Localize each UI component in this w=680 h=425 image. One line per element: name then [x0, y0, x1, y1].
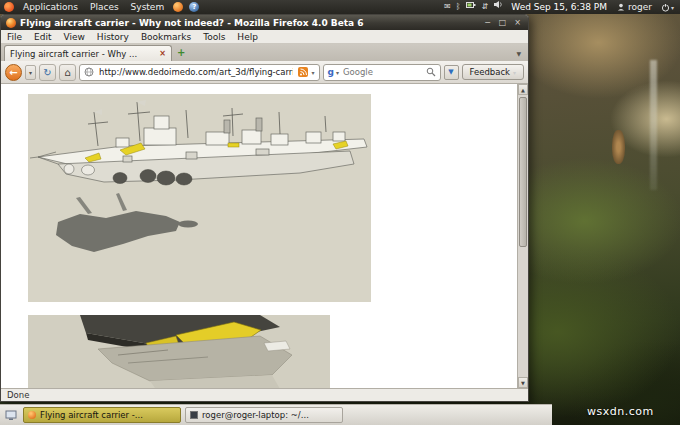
rss-icon[interactable] [298, 67, 308, 77]
system-tray: ✉ ᛒ ⇵ Wed Sep 15, 6:38 PM roger ▾ [444, 0, 676, 14]
user-icon [617, 3, 625, 11]
firefox-window: Flying aircraft carrier - Why not indeed… [0, 14, 529, 402]
clock[interactable]: Wed Sep 15, 6:38 PM [508, 2, 610, 12]
vertical-scrollbar[interactable]: ▲ ▼ [517, 84, 528, 388]
feedback-button[interactable]: Feedback ▾ [462, 64, 525, 80]
globe-icon [84, 67, 94, 77]
search-engine-dropdown-icon[interactable]: ▾ [336, 69, 339, 76]
battery-icon[interactable] [466, 0, 477, 14]
back-history-dropdown[interactable]: ▾ [25, 65, 36, 80]
window-title: Flying aircraft carrier - Why not indeed… [20, 18, 478, 28]
menu-applications[interactable]: Applications [20, 2, 81, 12]
web-page [1, 84, 517, 388]
terminal-icon [190, 411, 198, 419]
menu-places[interactable]: Places [87, 2, 122, 12]
feedback-dropdown-icon: ▾ [513, 69, 516, 76]
tab-title: Flying aircraft carrier - Why ... [10, 49, 155, 59]
network-icon[interactable]: ⇵ [482, 0, 489, 14]
wallpaper-statue-detail [612, 130, 625, 164]
carrier-closeup-svg [28, 315, 330, 388]
menu-history[interactable]: History [91, 32, 135, 42]
scroll-up-icon[interactable]: ▲ [518, 84, 528, 95]
bluetooth-icon[interactable]: ᛒ [456, 0, 461, 14]
home-button[interactable]: ⌂ [59, 64, 76, 81]
menu-help[interactable]: Help [231, 32, 264, 42]
close-button[interactable]: × [512, 16, 523, 29]
taskbar-item-firefox[interactable]: Flying aircraft carrier -... [23, 407, 181, 423]
maximize-button[interactable]: □ [497, 16, 508, 29]
url-bar[interactable]: ▾ [79, 64, 320, 81]
url-input[interactable] [97, 66, 295, 78]
watermark-text: wsxdn.com [587, 405, 654, 418]
carrier-render-image [28, 94, 371, 302]
menu-tools[interactable]: Tools [197, 32, 231, 42]
url-dropdown-icon[interactable]: ▾ [311, 69, 314, 76]
firefox-icon [28, 411, 36, 419]
volume-icon[interactable] [493, 0, 503, 14]
firefox-launcher-icon[interactable] [173, 2, 183, 12]
power-menu[interactable]: ▾ [659, 3, 676, 12]
menu-bookmarks[interactable]: Bookmarks [135, 32, 197, 42]
tab-close-icon[interactable]: × [159, 49, 166, 58]
show-desktop-icon[interactable] [3, 407, 19, 423]
downloads-button[interactable]: ▼ [444, 65, 459, 80]
power-icon [661, 3, 670, 12]
top-panel: Applications Places System ? ✉ ᛒ ⇵ Wed S… [0, 0, 680, 14]
menu-system[interactable]: System [128, 2, 168, 12]
status-bar: Done [1, 388, 528, 401]
taskbar-item-terminal[interactable]: roger@roger-laptop: ~/... [185, 407, 343, 423]
bottom-panel: Flying aircraft carrier -... roger@roger… [0, 404, 552, 425]
wallpaper-waterfall-detail [650, 60, 657, 190]
user-name: roger [628, 2, 652, 12]
refresh-button[interactable]: ↻ [39, 64, 56, 81]
google-engine-icon[interactable]: g [328, 67, 334, 77]
chevron-down-icon: ▾ [671, 4, 674, 11]
search-input[interactable] [341, 66, 424, 78]
tab-bar: Flying aircraft carrier - Why ... × + ▼ [1, 44, 528, 61]
navigation-toolbar: ← ▾ ↻ ⌂ ▾ g ▾ ▼ Feedback ▾ [1, 61, 528, 84]
scrollbar-thumb[interactable] [519, 97, 527, 247]
search-bar[interactable]: g ▾ [323, 64, 441, 81]
feedback-label: Feedback [470, 67, 510, 77]
help-launcher-icon[interactable]: ? [189, 2, 199, 12]
carrier-closeup-image [28, 315, 330, 388]
user-menu[interactable]: roger [615, 2, 654, 12]
carrier-render-svg [28, 94, 371, 302]
menu-file[interactable]: File [1, 32, 28, 42]
ubuntu-logo-icon[interactable] [4, 2, 14, 12]
new-tab-button[interactable]: + [172, 46, 190, 60]
taskbar-item-label: roger@roger-laptop: ~/... [202, 410, 309, 420]
taskbar-item-label: Flying aircraft carrier -... [40, 410, 143, 420]
back-button[interactable]: ← [5, 64, 22, 81]
status-text: Done [7, 390, 29, 400]
minimize-button[interactable]: − [482, 16, 493, 29]
menu-bar: File Edit View History Bookmarks Tools H… [1, 30, 528, 44]
tab-flying-carrier[interactable]: Flying aircraft carrier - Why ... × [4, 45, 172, 61]
browser-content: ▲ ▼ [1, 84, 528, 388]
scroll-down-icon[interactable]: ▼ [518, 377, 528, 388]
menu-view[interactable]: View [58, 32, 91, 42]
list-all-tabs-icon[interactable]: ▼ [512, 50, 525, 57]
mail-icon[interactable]: ✉ [444, 0, 451, 14]
window-titlebar[interactable]: Flying aircraft carrier - Why not indeed… [1, 15, 528, 30]
menu-edit[interactable]: Edit [28, 32, 57, 42]
search-icon[interactable] [426, 67, 436, 77]
firefox-icon [6, 18, 16, 28]
